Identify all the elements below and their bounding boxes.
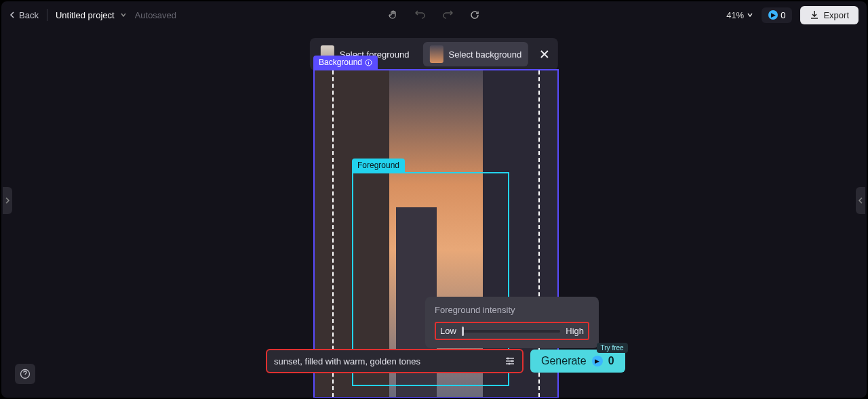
generate-label: Generate xyxy=(541,355,587,367)
hand-icon xyxy=(388,9,399,20)
prompt-settings-button[interactable] xyxy=(505,356,515,366)
chevron-down-icon xyxy=(747,12,753,18)
top-bar: Back Untitled project Autosaved 41% xyxy=(1,1,867,28)
intensity-low-label: Low xyxy=(440,326,456,336)
intensity-slider-handle[interactable] xyxy=(462,327,464,336)
select-background-button[interactable]: Select background xyxy=(422,42,528,66)
foreground-intensity-popup: Foreground intensity Low High xyxy=(425,297,599,348)
left-panel-toggle[interactable] xyxy=(3,187,12,214)
prompt-bar: sunset, filled with warm, golden tones T… xyxy=(266,349,625,373)
background-label-chip: Background xyxy=(313,56,378,69)
generate-button[interactable]: Try free Generate ▶ 0 xyxy=(530,350,625,373)
intensity-slider[interactable] xyxy=(462,330,560,333)
background-label: Background xyxy=(319,58,362,67)
sliders-icon xyxy=(505,356,515,366)
redo-button[interactable] xyxy=(440,7,455,22)
chevron-right-icon xyxy=(5,197,10,204)
foreground-label: Foreground xyxy=(352,159,405,172)
right-panel-toggle[interactable] xyxy=(856,187,865,214)
zoom-control[interactable]: 41% xyxy=(726,10,753,20)
undo-button[interactable] xyxy=(413,7,428,22)
chevron-down-icon xyxy=(120,12,127,18)
try-free-badge: Try free xyxy=(597,343,628,353)
credit-icon: ▶ xyxy=(592,356,603,366)
autosaved-status: Autosaved xyxy=(135,10,176,20)
back-label: Back xyxy=(19,10,39,20)
chevron-left-icon xyxy=(9,12,16,18)
info-icon xyxy=(365,59,372,66)
close-icon xyxy=(540,49,549,59)
redo-icon xyxy=(442,9,453,20)
export-button[interactable]: Export xyxy=(800,6,859,24)
prompt-input[interactable]: sunset, filled with warm, golden tones xyxy=(266,349,524,373)
intensity-high-label: High xyxy=(566,326,584,336)
generate-credit-count: 0 xyxy=(608,355,614,367)
hand-tool-button[interactable] xyxy=(386,7,401,22)
prompt-text: sunset, filled with warm, golden tones xyxy=(274,356,499,366)
export-label: Export xyxy=(823,10,849,20)
back-button[interactable]: Back xyxy=(9,10,39,20)
credit-icon: ▶ xyxy=(768,10,778,20)
intensity-slider-row: Low High xyxy=(435,322,589,340)
undo-icon xyxy=(415,9,426,20)
credits-value: 0 xyxy=(781,10,785,20)
svg-point-2 xyxy=(511,360,513,362)
center-tools xyxy=(386,7,482,22)
divider xyxy=(47,9,47,21)
svg-point-3 xyxy=(509,363,511,365)
background-thumb xyxy=(429,45,443,63)
credits-pill[interactable]: ▶ 0 xyxy=(762,7,792,23)
help-icon xyxy=(20,369,31,379)
download-icon xyxy=(810,10,819,20)
intensity-title: Foreground intensity xyxy=(435,305,589,315)
zoom-value: 41% xyxy=(726,10,744,20)
right-tools: 41% ▶ 0 Export xyxy=(726,6,859,24)
close-mode-button[interactable] xyxy=(535,45,554,64)
select-background-label: Select background xyxy=(448,49,521,60)
chevron-left-icon xyxy=(858,197,863,204)
project-name: Untitled project xyxy=(56,10,115,20)
help-button[interactable] xyxy=(15,364,35,384)
svg-point-1 xyxy=(507,358,509,360)
refresh-icon xyxy=(469,9,480,20)
refresh-button[interactable] xyxy=(467,7,482,22)
project-selector[interactable]: Untitled project xyxy=(56,10,127,20)
